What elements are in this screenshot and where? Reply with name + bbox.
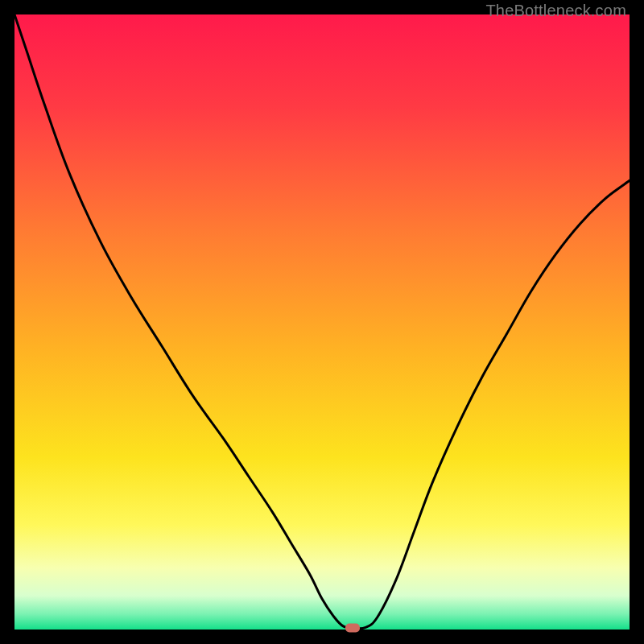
optimal-marker — [345, 623, 360, 632]
bottleneck-chart — [14, 14, 630, 630]
gradient-background — [14, 14, 630, 630]
chart-frame — [14, 14, 630, 630]
watermark-text: TheBottleneck.com — [485, 2, 626, 20]
